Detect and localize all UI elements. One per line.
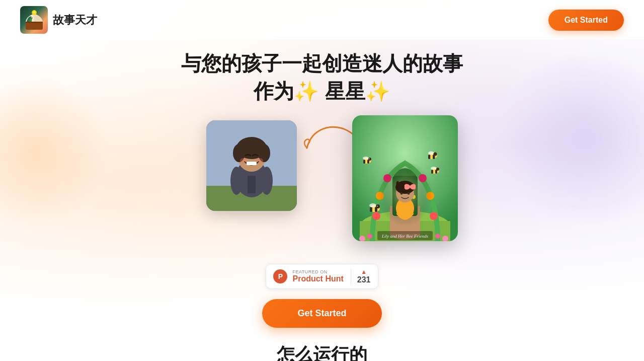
svg-rect-0 bbox=[26, 22, 43, 30]
svg-point-16 bbox=[261, 167, 273, 195]
svg-text:Lily and Her Bee Friends: Lily and Her Bee Friends bbox=[381, 234, 428, 239]
headline-line2: 作为✨ 星星✨ bbox=[181, 78, 463, 105]
headline-line1: 与您的孩子一起创造迷人的故事 bbox=[181, 50, 463, 78]
storybook-cover: Lily and Her Bee Friends bbox=[352, 115, 458, 241]
svg-point-59 bbox=[434, 153, 437, 156]
ph-product-name: Product Hunt bbox=[292, 274, 343, 283]
navbar: 故事天才 Get Started bbox=[0, 0, 644, 40]
ph-text-group: FEATURED ON Product Hunt bbox=[292, 269, 343, 283]
svg-point-46 bbox=[431, 167, 437, 170]
svg-rect-37 bbox=[363, 160, 365, 164]
product-hunt-logo: P bbox=[273, 269, 287, 283]
svg-point-35 bbox=[408, 192, 410, 195]
child-photo bbox=[206, 120, 297, 211]
svg-rect-49 bbox=[370, 207, 372, 212]
hero-images: Lily and Her Bee Friends bbox=[146, 115, 498, 256]
svg-point-24 bbox=[372, 212, 380, 220]
ph-featured-on: FEATURED ON bbox=[292, 269, 343, 274]
svg-point-58 bbox=[428, 152, 434, 155]
logo-image bbox=[20, 6, 48, 34]
svg-rect-50 bbox=[372, 207, 375, 212]
how-it-works-title: 怎么运行的 bbox=[277, 343, 367, 361]
logo-area: 故事天才 bbox=[20, 6, 97, 34]
svg-point-13 bbox=[256, 158, 263, 163]
headline: 与您的孩子一起创造迷人的故事 作为✨ 星星✨ bbox=[181, 50, 463, 105]
bottom-section: 怎么运行的 bbox=[277, 343, 367, 361]
svg-point-61 bbox=[367, 234, 372, 239]
svg-point-25 bbox=[430, 212, 438, 220]
svg-rect-44 bbox=[433, 170, 435, 174]
svg-point-15 bbox=[230, 167, 243, 195]
svg-rect-43 bbox=[431, 170, 433, 174]
svg-point-47 bbox=[436, 168, 439, 171]
svg-point-12 bbox=[240, 158, 247, 163]
svg-rect-38 bbox=[365, 160, 367, 164]
svg-rect-55 bbox=[428, 155, 431, 159]
ph-vote-count: 231 bbox=[357, 275, 371, 284]
svg-rect-14 bbox=[248, 176, 256, 193]
product-hunt-badge[interactable]: P FEATURED ON Product Hunt ▲ 231 bbox=[266, 264, 378, 289]
cta-get-started-button[interactable]: Get Started bbox=[262, 299, 381, 328]
svg-rect-56 bbox=[431, 155, 433, 159]
ph-votes: ▲ 231 bbox=[351, 268, 371, 284]
svg-point-63 bbox=[435, 234, 440, 239]
nav-get-started-button[interactable]: Get Started bbox=[548, 10, 624, 31]
ph-arrow-icon: ▲ bbox=[361, 268, 367, 275]
main-content: 与您的孩子一起创造迷人的故事 作为✨ 星星✨ bbox=[0, 40, 644, 361]
svg-rect-11 bbox=[247, 162, 257, 165]
svg-point-34 bbox=[400, 192, 403, 195]
svg-point-52 bbox=[369, 203, 376, 207]
app-name: 故事天才 bbox=[53, 13, 97, 28]
svg-point-40 bbox=[363, 157, 369, 160]
